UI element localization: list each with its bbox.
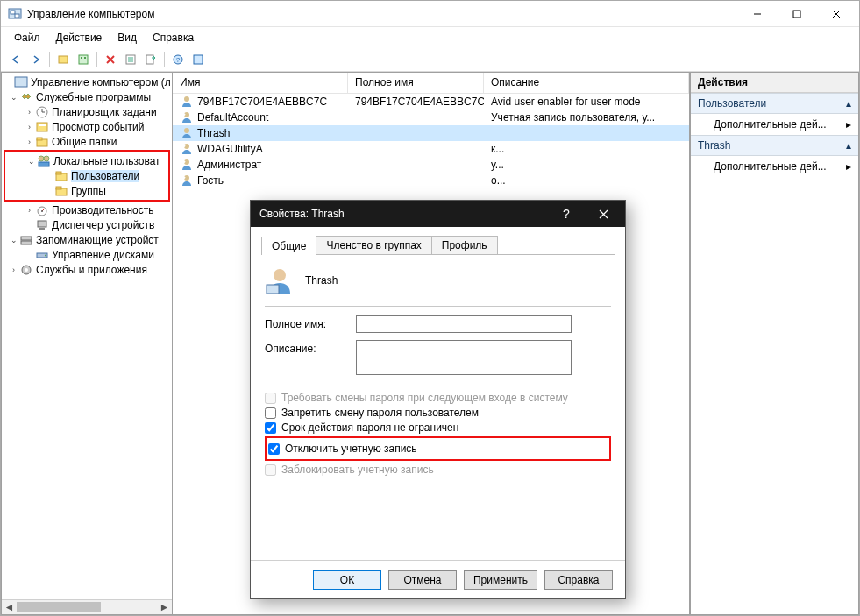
svg-rect-38 (38, 221, 46, 227)
tree-eventviewer[interactable]: ›Просмотр событий (4, 119, 172, 134)
column-name[interactable]: Имя (173, 73, 348, 93)
menu-view[interactable]: Вид (110, 29, 145, 46)
checkbox-cannot-change[interactable]: Запретить смену пароля пользователем (265, 407, 611, 419)
user-name: Thrash (305, 274, 338, 287)
toolbar-export-icon[interactable] (141, 50, 160, 69)
app-icon (8, 7, 22, 21)
tree-scheduler[interactable]: ›Планировщик задани (4, 104, 172, 119)
svg-point-37 (41, 210, 43, 212)
minimize-button[interactable] (737, 4, 777, 25)
checkbox-disable-account[interactable]: Отключить учетную запись (268, 443, 608, 455)
checkbox-never-expires[interactable]: Срок действия пароля не ограничен (265, 421, 611, 434)
description-input[interactable] (356, 340, 572, 375)
list-row[interactable]: WDAGUtilityA к... (173, 141, 689, 157)
tab-general[interactable]: Общие (261, 237, 316, 255)
svg-rect-35 (56, 187, 61, 189)
ok-button[interactable]: ОК (313, 570, 381, 590)
svg-point-43 (45, 254, 46, 256)
tree-storage[interactable]: ⌄Запоминающие устройст (4, 232, 172, 247)
svg-rect-55 (267, 285, 279, 294)
svg-rect-7 (59, 56, 68, 63)
back-button[interactable] (6, 50, 25, 69)
checkbox-require-change: Требовать смены пароля при следующем вхо… (265, 392, 611, 404)
action-more-thrash[interactable]: Дополнительные дей...▸ (691, 156, 858, 177)
tree-sharedfolders[interactable]: ›Общие папки (4, 134, 172, 149)
actions-panel: Действия Пользователи▴ Дополнительные де… (690, 72, 859, 615)
toolbar-new-icon[interactable] (53, 50, 73, 69)
list-row-selected[interactable]: Thrash (173, 125, 689, 141)
svg-rect-40 (21, 237, 32, 240)
tree-groups-folder[interactable]: Группы (5, 183, 168, 198)
column-fullname[interactable]: Полное имя (348, 73, 484, 93)
tree-localusers[interactable]: ⌄Локальные пользоват (5, 153, 168, 168)
svg-rect-41 (21, 241, 32, 244)
actions-group-users[interactable]: Пользователи▴ (691, 93, 858, 114)
properties-dialog: Свойства: Thrash ? Общие Членство в груп… (250, 200, 626, 599)
list-row[interactable]: DefaultAccount Учетная запись пользовате… (173, 110, 689, 125)
tab-profile[interactable]: Профиль (431, 236, 498, 254)
forward-button[interactable] (26, 50, 46, 69)
menu-action[interactable]: Действие (48, 29, 110, 46)
apply-button[interactable]: Применить (464, 570, 537, 590)
svg-rect-2 (15, 14, 19, 18)
tree-scrollbar-horizontal[interactable]: ◄► (2, 599, 172, 614)
toolbar-delete-icon[interactable] (101, 50, 120, 69)
svg-rect-10 (84, 57, 86, 59)
svg-rect-26 (39, 124, 46, 126)
action-more-users[interactable]: Дополнительные дей...▸ (691, 114, 858, 135)
svg-point-29 (39, 156, 44, 161)
tree-services[interactable]: ›Службы и приложения (4, 262, 172, 277)
dialog-title: Свойства: Thrash (259, 208, 548, 220)
toolbar-props-icon[interactable] (121, 50, 140, 69)
fullname-input[interactable] (356, 315, 572, 333)
menu-help[interactable]: Справка (145, 29, 202, 46)
collapse-icon: ▴ (846, 139, 851, 152)
titlebar: Управление компьютером (1, 1, 859, 27)
tree-service-programs[interactable]: ⌄Служебные программы (4, 89, 172, 104)
tree-panel: Управление компьютером (л ⌄Служебные про… (1, 72, 173, 615)
column-desc[interactable]: Описание (484, 73, 689, 93)
tree-users-folder[interactable]: Пользователи (5, 168, 168, 183)
user-avatar-icon (265, 266, 295, 295)
toolbar: ? (1, 48, 859, 72)
tree-diskmgmt[interactable]: Управление дисками (4, 247, 172, 262)
svg-rect-20 (194, 55, 203, 64)
window-title: Управление компьютером (27, 8, 737, 20)
toolbar-extra-icon[interactable] (188, 50, 208, 69)
svg-rect-39 (39, 228, 45, 230)
fullname-label: Полное имя: (265, 315, 356, 330)
dialog-close-button[interactable] (585, 202, 622, 226)
svg-rect-17 (146, 55, 153, 64)
svg-rect-8 (79, 55, 88, 64)
list-row[interactable]: 794BF17C704E4AEBBC7C 794BF17C704E4AEBBC7… (173, 94, 689, 110)
chevron-right-icon: ▸ (846, 118, 851, 131)
svg-point-45 (25, 268, 28, 272)
dialog-footer: ОК Отмена Применить Справка (251, 560, 625, 598)
highlight-local-users: ⌄Локальные пользоват Пользователи Группы (4, 150, 170, 202)
maximize-button[interactable] (777, 4, 816, 25)
cancel-button[interactable]: Отмена (388, 570, 457, 590)
svg-rect-33 (56, 172, 61, 174)
toolbar-refresh-icon[interactable] (74, 50, 93, 69)
tree-perf[interactable]: ›Производительность (4, 202, 172, 217)
actions-group-thrash[interactable]: Thrash▴ (691, 135, 858, 156)
list-header: Имя Полное имя Описание (173, 73, 689, 94)
svg-rect-9 (81, 57, 82, 59)
collapse-icon: ▴ (846, 97, 851, 110)
toolbar-help-icon[interactable]: ? (168, 50, 188, 69)
close-button[interactable] (816, 4, 856, 25)
svg-point-30 (44, 156, 49, 161)
description-label: Описание: (265, 340, 356, 355)
svg-rect-1 (11, 11, 15, 14)
tree-devmgr[interactable]: Диспетчер устройств (4, 217, 172, 232)
help-button[interactable]: Справка (544, 570, 613, 590)
svg-text:?: ? (176, 56, 181, 64)
list-row[interactable]: Гость о... (173, 173, 689, 188)
list-row[interactable]: Администрат у... (173, 157, 689, 173)
svg-rect-31 (39, 162, 49, 166)
svg-rect-4 (793, 11, 800, 18)
menu-file[interactable]: Файл (6, 29, 48, 46)
tree-root[interactable]: Управление компьютером (л (4, 74, 172, 89)
tab-memberof[interactable]: Членство в группах (316, 236, 431, 254)
dialog-help-button[interactable]: ? (548, 202, 585, 226)
